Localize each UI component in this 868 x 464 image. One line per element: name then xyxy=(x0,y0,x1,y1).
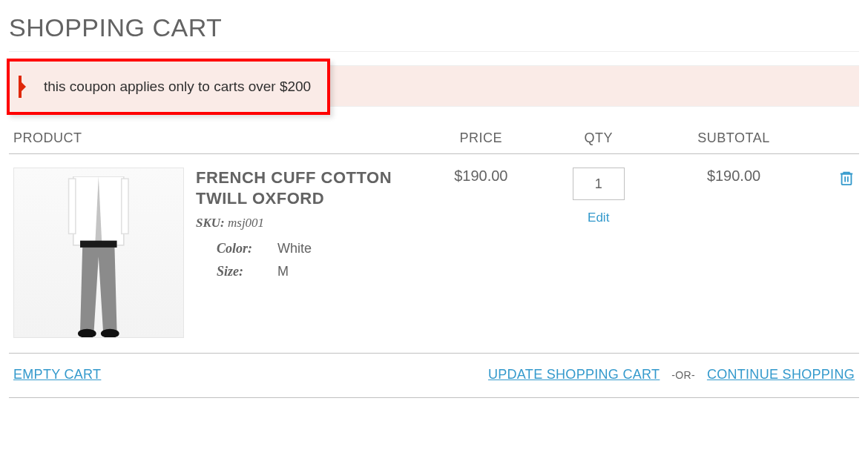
option-color-label: Color: xyxy=(217,241,263,256)
option-color-value: White xyxy=(277,241,312,256)
col-header-qty: QTY xyxy=(541,120,657,154)
cart-item-row: FRENCH CUFF COTTON TWILL OXFORD SKU: msj… xyxy=(9,154,859,354)
product-sku: SKU: msj001 xyxy=(196,216,417,231)
trash-icon xyxy=(838,169,855,187)
notice-highlight: this coupon applies only to carts over $… xyxy=(7,59,330,115)
arrow-right-icon xyxy=(19,79,26,94)
col-header-subtotal: SUBTOTAL xyxy=(657,120,811,154)
mannequin-icon xyxy=(39,176,158,337)
edit-item-link[interactable]: Edit xyxy=(588,211,609,225)
sku-value: msj001 xyxy=(228,216,264,230)
cart-table: PRODUCT PRICE QTY SUBTOTAL xyxy=(9,120,859,398)
remove-item-button[interactable] xyxy=(838,169,855,190)
svg-rect-1 xyxy=(80,241,117,248)
col-header-price: PRICE xyxy=(421,120,541,154)
svg-rect-6 xyxy=(842,174,852,185)
notice-bar: this coupon applies only to carts over $… xyxy=(9,65,859,107)
col-header-product: PRODUCT xyxy=(9,120,421,154)
continue-shopping-button[interactable]: CONTINUE SHOPPING xyxy=(707,367,855,382)
svg-rect-4 xyxy=(69,179,76,234)
update-cart-button[interactable]: UPDATE SHOPPING CART xyxy=(488,367,660,382)
option-size-value: M xyxy=(277,264,289,279)
col-header-actions xyxy=(811,120,859,154)
empty-cart-button[interactable]: EMPTY CART xyxy=(13,367,101,382)
notice-text: this coupon applies only to carts over $… xyxy=(44,79,311,95)
item-subtotal: $190.00 xyxy=(657,154,811,354)
product-image[interactable] xyxy=(13,168,184,338)
product-name[interactable]: FRENCH CUFF COTTON TWILL OXFORD xyxy=(196,168,417,208)
sku-label: SKU: xyxy=(196,216,225,230)
page-title: SHOPPING CART xyxy=(9,13,859,52)
svg-rect-5 xyxy=(122,179,128,234)
item-price: $190.00 xyxy=(421,154,541,354)
or-separator: -OR- xyxy=(671,369,695,381)
cart-actions-row: EMPTY CART UPDATE SHOPPING CART -OR- CON… xyxy=(9,354,859,398)
qty-input[interactable] xyxy=(573,168,625,200)
option-color: Color: White xyxy=(217,241,417,256)
option-size: Size: M xyxy=(217,264,417,279)
option-size-label: Size: xyxy=(217,264,263,279)
